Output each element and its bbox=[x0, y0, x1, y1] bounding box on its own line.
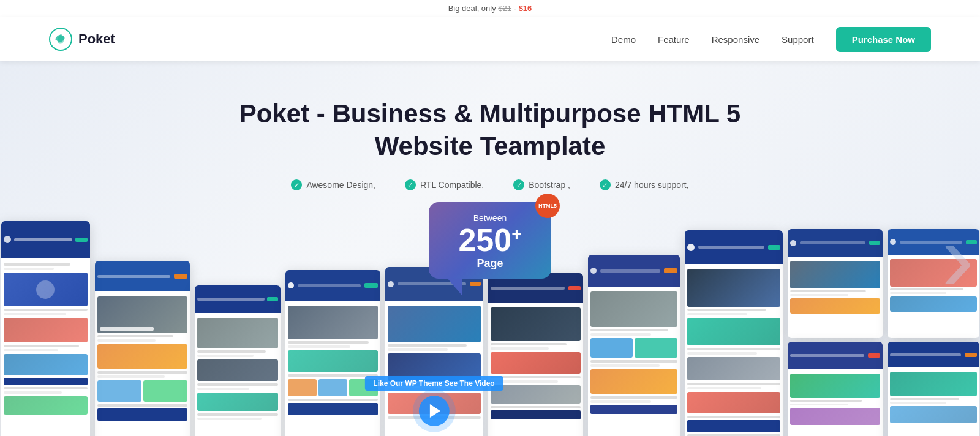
feature-label-1: Awesome Design, bbox=[306, 180, 375, 190]
hero-features: ✓ Awesome Design, ✓ RTL Compatible, ✓ Bo… bbox=[291, 179, 688, 190]
badge-number: 250+ bbox=[447, 224, 533, 256]
right-screenshot-group bbox=[788, 229, 883, 436]
announcement-text: Big deal, only bbox=[448, 4, 499, 13]
nav-demo[interactable]: Demo bbox=[611, 34, 636, 45]
price-separator: - bbox=[514, 4, 519, 13]
check-icon-4: ✓ bbox=[600, 179, 611, 190]
play-button[interactable] bbox=[419, 396, 450, 426]
feature-2: ✓ RTL Compatible, bbox=[405, 179, 484, 190]
hero-section: › › Poket - Business & Multipurpose HTML… bbox=[0, 61, 980, 436]
check-icon-1: ✓ bbox=[291, 179, 302, 190]
feature-label-3: Bootstrap , bbox=[529, 180, 570, 190]
far-right-group bbox=[888, 229, 979, 436]
announcement-bar: Big deal, only $21 - $16 bbox=[0, 0, 980, 17]
original-price: $21 bbox=[498, 4, 511, 13]
badge-page-label: Page bbox=[447, 257, 533, 270]
logo-text: Poket bbox=[78, 31, 115, 47]
nav-support[interactable]: Support bbox=[782, 34, 814, 45]
screenshot-10b bbox=[888, 342, 979, 436]
main-nav: Demo Feature Responsive Support Purchase… bbox=[611, 27, 931, 52]
check-icon-3: ✓ bbox=[513, 179, 524, 190]
feature-label-4: 24/7 hours support, bbox=[615, 180, 689, 190]
check-icon-2: ✓ bbox=[405, 179, 416, 190]
screenshot-8 bbox=[685, 230, 783, 436]
feature-1: ✓ Awesome Design, bbox=[291, 179, 375, 190]
hero-title: Poket - Business & Multipurpose HTML 5 W… bbox=[239, 98, 741, 162]
video-label: Like Our WP Theme See The Video bbox=[364, 376, 503, 391]
feature-label-2: RTL Compatible, bbox=[420, 180, 484, 190]
logo-area: Poket bbox=[49, 28, 115, 51]
nav-responsive[interactable]: Responsive bbox=[712, 34, 760, 45]
feature-3: ✓ Bootstrap , bbox=[513, 179, 570, 190]
screenshot-2 bbox=[95, 261, 190, 436]
pages-badge: Between 250+ Page HTML5 bbox=[429, 202, 551, 295]
screenshot-9a bbox=[788, 229, 883, 338]
feature-4: ✓ 24/7 hours support, bbox=[600, 179, 689, 190]
purchase-button[interactable]: Purchase Now bbox=[836, 27, 931, 52]
video-overlay: Like Our WP Theme See The Video bbox=[364, 376, 503, 426]
badge-between-label: Between bbox=[447, 213, 533, 223]
screenshot-7 bbox=[588, 255, 680, 436]
logo-icon bbox=[49, 28, 72, 51]
html5-badge: HTML5 bbox=[535, 194, 560, 218]
badge-main: Between 250+ Page HTML5 bbox=[429, 202, 551, 279]
site-header: Poket Demo Feature Responsive Support Pu… bbox=[0, 17, 980, 61]
screenshot-1: WordPress Version bbox=[1, 221, 90, 436]
nav-feature[interactable]: Feature bbox=[658, 34, 690, 45]
sale-price: $16 bbox=[519, 4, 532, 13]
screenshot-10a bbox=[888, 229, 979, 338]
screenshot-3 bbox=[195, 285, 281, 436]
screenshot-9b bbox=[788, 342, 883, 436]
badge-triangle bbox=[447, 278, 462, 295]
